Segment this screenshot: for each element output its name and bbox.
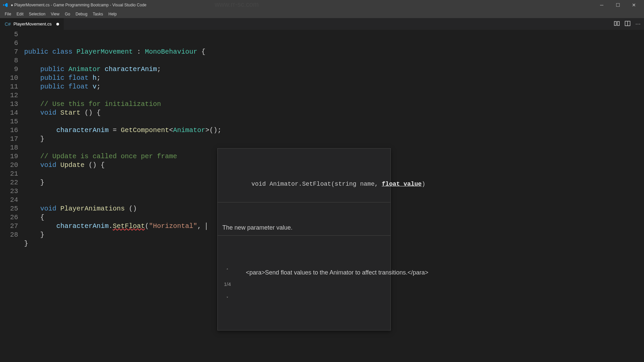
menu-selection[interactable]: Selection <box>26 11 48 17</box>
signature-pager[interactable]: ˄ 1/4 ˅ <box>220 258 234 310</box>
svg-rect-1 <box>618 21 620 25</box>
line-number: 23 <box>0 187 18 196</box>
minimize-button[interactable]: ─ <box>594 0 609 10</box>
code-area[interactable]: public class PlayerMovement : MonoBehavi… <box>24 30 644 362</box>
line-number: 8 <box>0 56 18 65</box>
close-button[interactable]: ✕ <box>627 0 641 10</box>
code-line[interactable]: } <box>24 135 644 143</box>
split-editor-icon[interactable] <box>625 20 631 28</box>
line-number: 18 <box>0 143 18 152</box>
line-number: 21 <box>0 170 18 178</box>
menu-bar: File Edit Selection View Go Debug Tasks … <box>0 10 644 18</box>
sig-before: void Animator.SetFloat(string name, <box>251 181 382 187</box>
line-number: 12 <box>0 91 18 100</box>
code-line[interactable] <box>24 91 644 100</box>
tab-playermovement[interactable]: C# PlayerMovement.cs <box>0 18 64 30</box>
line-number: 25 <box>0 204 18 213</box>
line-number: 13 <box>0 100 18 109</box>
sig-active-param: float value <box>382 181 422 187</box>
code-line[interactable]: public float v; <box>24 82 644 91</box>
line-number: 28 <box>0 231 18 239</box>
svg-rect-0 <box>614 21 616 25</box>
window-title: ● PlayerMovement.cs - Game Programming B… <box>11 3 594 7</box>
menu-debug[interactable]: Debug <box>73 11 90 17</box>
tab-filename: PlayerMovement.cs <box>13 21 52 26</box>
more-actions-icon[interactable]: ⋯ <box>635 21 641 27</box>
code-line[interactable] <box>24 117 644 126</box>
compare-changes-icon[interactable] <box>614 20 620 28</box>
line-number: 26 <box>0 213 18 222</box>
code-line[interactable] <box>24 56 644 65</box>
menu-go[interactable]: Go <box>62 11 73 17</box>
menu-tasks[interactable]: Tasks <box>90 11 106 17</box>
unsaved-indicator-icon <box>56 23 59 25</box>
maximize-button[interactable]: ☐ <box>610 0 625 10</box>
line-number: 7 <box>0 48 18 56</box>
signature-documentation: <para>Send float values to the Animator … <box>218 253 390 313</box>
parameter-description: The new parameter value. <box>218 220 390 236</box>
menu-view[interactable]: View <box>48 11 62 17</box>
pager-count: 1/4 <box>220 282 234 287</box>
code-line[interactable]: public Animator characterAnim; <box>24 65 644 74</box>
title-bar: ● PlayerMovement.cs - Game Programming B… <box>0 0 644 10</box>
chevron-down-icon[interactable]: ˅ <box>220 296 234 301</box>
signature-text: void Animator.SetFloat(string name, floa… <box>218 166 390 202</box>
menu-file[interactable]: File <box>2 11 14 17</box>
code-editor[interactable]: 5678910111213141516171819202122232425262… <box>0 30 644 362</box>
line-number: 27 <box>0 222 18 231</box>
code-line[interactable]: characterAnim = GetComponent<Animator>()… <box>24 126 644 135</box>
line-number: 20 <box>0 161 18 170</box>
line-number: 9 <box>0 65 18 74</box>
line-number: 15 <box>0 117 18 126</box>
line-number: 19 <box>0 152 18 161</box>
code-line[interactable]: public class PlayerMovement : MonoBehavi… <box>24 48 644 56</box>
line-number: 17 <box>0 135 18 143</box>
line-number: 24 <box>0 196 18 204</box>
line-number-gutter: 5678910111213141516171819202122232425262… <box>0 30 24 362</box>
code-line[interactable]: // Use this for initialization <box>24 100 644 109</box>
line-number: 11 <box>0 82 18 91</box>
csharp-file-icon: C# <box>5 21 11 27</box>
sig-after: ) <box>422 181 425 187</box>
signature-help-popup: void Animator.SetFloat(string name, floa… <box>217 148 391 330</box>
code-line[interactable]: void Start () { <box>24 109 644 117</box>
window-controls: ─ ☐ ✕ <box>594 0 641 10</box>
line-number: 22 <box>0 178 18 187</box>
line-number: 14 <box>0 109 18 117</box>
line-number: 5 <box>0 30 18 39</box>
code-line[interactable]: public float h; <box>24 74 644 82</box>
menu-edit[interactable]: Edit <box>14 11 26 17</box>
tab-bar: C# PlayerMovement.cs ⋯ <box>0 18 644 30</box>
editor-actions: ⋯ <box>614 18 644 30</box>
menu-help[interactable]: Help <box>106 11 119 17</box>
vscode-logo-icon <box>3 2 8 8</box>
line-number: 16 <box>0 126 18 135</box>
text-cursor <box>206 223 207 230</box>
line-number: 6 <box>0 39 18 48</box>
chevron-up-icon[interactable]: ˄ <box>220 268 234 273</box>
line-number: 10 <box>0 74 18 82</box>
